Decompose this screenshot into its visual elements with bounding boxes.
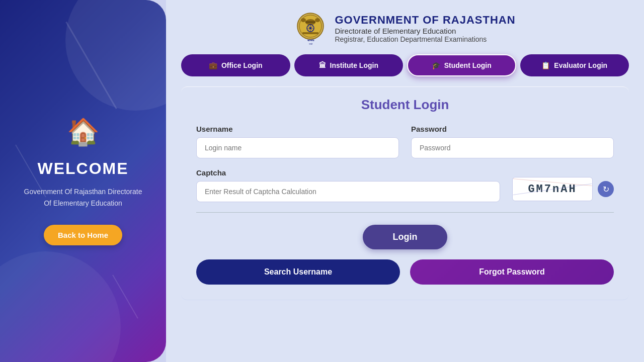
header-title: GOVERNMENT OF RAJASTHAN bbox=[335, 14, 515, 27]
captcha-input-group: Captcha bbox=[196, 168, 500, 202]
form-title: Student Login bbox=[196, 97, 614, 113]
home-icon: 🏠 bbox=[67, 117, 100, 147]
svg-point-12 bbox=[315, 18, 320, 22]
tab-office-label: Office Login bbox=[221, 61, 263, 69]
svg-point-11 bbox=[301, 18, 306, 22]
header-text-block: GOVERNMENT OF RAJASTHAN Directorate of E… bbox=[335, 14, 515, 43]
tab-evaluator-label: Evaluator Login bbox=[554, 61, 607, 69]
password-group: Password bbox=[411, 125, 614, 158]
captcha-image: GM7nAH bbox=[512, 177, 593, 201]
svg-rect-10 bbox=[302, 32, 318, 34]
username-label: Username bbox=[196, 125, 399, 133]
main-content: सत्यमेव जयते GOVERNMENT OF RAJASTHAN Dir… bbox=[166, 0, 644, 362]
username-input[interactable] bbox=[196, 137, 399, 158]
bottom-action-buttons: Search Username Forgot Password bbox=[196, 259, 614, 285]
search-username-button[interactable]: Search Username bbox=[196, 259, 400, 285]
sidebar: 🏠 WELCOME Government Of Rajasthan Direct… bbox=[0, 0, 166, 362]
refresh-captcha-button[interactable]: ↻ bbox=[598, 181, 614, 197]
nav-tabs: 💼 Office Login 🏛 Institute Login 🎓 Stude… bbox=[181, 54, 629, 76]
login-button-row: Login bbox=[196, 225, 614, 249]
government-emblem: सत्यमेव जयते bbox=[294, 10, 327, 46]
header-subtitle2: Registrar, Education Departmental Examin… bbox=[335, 35, 515, 43]
welcome-heading: WELCOME bbox=[37, 159, 128, 178]
tab-office-login[interactable]: 💼 Office Login bbox=[181, 54, 290, 76]
divider bbox=[196, 212, 614, 213]
briefcase-icon: 💼 bbox=[209, 61, 217, 69]
password-label: Password bbox=[411, 125, 614, 133]
graduation-icon: 🎓 bbox=[432, 61, 440, 69]
page-header: सत्यमेव जयते GOVERNMENT OF RAJASTHAN Dir… bbox=[181, 10, 629, 54]
captcha-input[interactable] bbox=[196, 181, 500, 202]
login-button[interactable]: Login bbox=[363, 225, 448, 249]
svg-text:सत्यमेव: सत्यमेव bbox=[307, 39, 314, 42]
tab-evaluator-login[interactable]: 📋 Evaluator Login bbox=[520, 54, 629, 76]
captcha-label: Captcha bbox=[196, 168, 500, 177]
password-input[interactable] bbox=[411, 137, 614, 158]
svg-rect-3 bbox=[305, 21, 315, 23]
clipboard-icon: 📋 bbox=[541, 61, 550, 69]
sidebar-subtitle: Government Of Rajasthan Directorate Of E… bbox=[23, 186, 143, 209]
login-form-card: Student Login Username Password Captcha bbox=[181, 86, 629, 300]
tab-institute-login[interactable]: 🏛 Institute Login bbox=[294, 54, 404, 76]
tab-institute-label: Institute Login bbox=[330, 61, 378, 69]
username-group: Username bbox=[196, 125, 399, 158]
tab-student-label: Student Login bbox=[444, 61, 492, 69]
captcha-image-group: GM7nAH ↻ bbox=[512, 177, 614, 202]
tab-student-login[interactable]: 🎓 Student Login bbox=[407, 54, 516, 76]
back-to-home-button[interactable]: Back to Home bbox=[44, 225, 122, 245]
institute-icon: 🏛 bbox=[319, 61, 326, 69]
svg-text:जयते: जयते bbox=[308, 43, 313, 45]
header-subtitle1: Directorate of Elementary Education bbox=[335, 27, 515, 35]
captcha-row: Captcha GM7nAH ↻ bbox=[196, 168, 614, 202]
forgot-password-button[interactable]: Forgot Password bbox=[410, 259, 614, 285]
credentials-row: Username Password bbox=[196, 125, 614, 158]
